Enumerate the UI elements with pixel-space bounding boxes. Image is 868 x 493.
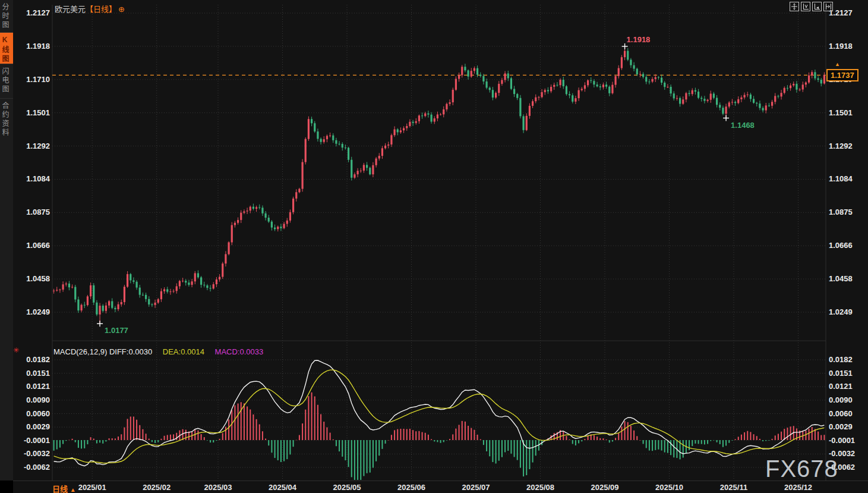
chart-canvas[interactable] <box>0 0 868 493</box>
chart-title: 欧元美元【日线】⊕ <box>55 3 125 14</box>
pan-to-latest-tool-icon[interactable] <box>823 2 833 11</box>
y-axis-scale-tool-icon[interactable] <box>801 2 810 11</box>
time-axis-strip <box>0 481 868 493</box>
x-axis-scale-tool-icon[interactable] <box>812 2 822 11</box>
axis-corner <box>0 481 13 493</box>
sidebar-tab-lightning[interactable]: 闪电图 <box>0 64 13 98</box>
watermark: FX678 <box>765 456 838 482</box>
latest-price-marker-icon[interactable]: ▲ <box>835 62 840 67</box>
macd-dea-value: DEA:0.0014 <box>163 347 204 356</box>
current-price-label: 1.1737 <box>826 69 858 81</box>
macd-settings-icon[interactable]: ✳ <box>13 346 19 354</box>
macd-header: MACD(26,12,9) DIFF:0.0030 DEA:0.0014 MAC… <box>53 347 263 356</box>
move-tool-icon[interactable] <box>790 2 799 11</box>
symbol-name: 欧元美元 <box>55 5 86 14</box>
period-tag: 【日线】 <box>86 5 116 14</box>
macd-hist-value: MACD:0.0033 <box>215 347 264 356</box>
period-selector[interactable]: 日线 ▲ <box>52 483 76 493</box>
chart-settings-icon[interactable]: ⊕ <box>118 5 125 14</box>
chart-toolbar <box>790 2 833 11</box>
macd-name-diff-value: MACD(26,12,9) DIFF:0.0030 <box>53 347 152 356</box>
sidebar-tab-kline[interactable]: K线图 <box>0 32 13 64</box>
sidebar-tab-contract-info[interactable]: 合约资料 <box>0 98 13 145</box>
dropdown-arrow-icon: ▲ <box>70 486 76 493</box>
sidebar-tab-timeshare[interactable]: 分时图 <box>0 0 13 32</box>
sidebar: 分时图 K线图 闪电图 合约资料 <box>0 0 13 493</box>
